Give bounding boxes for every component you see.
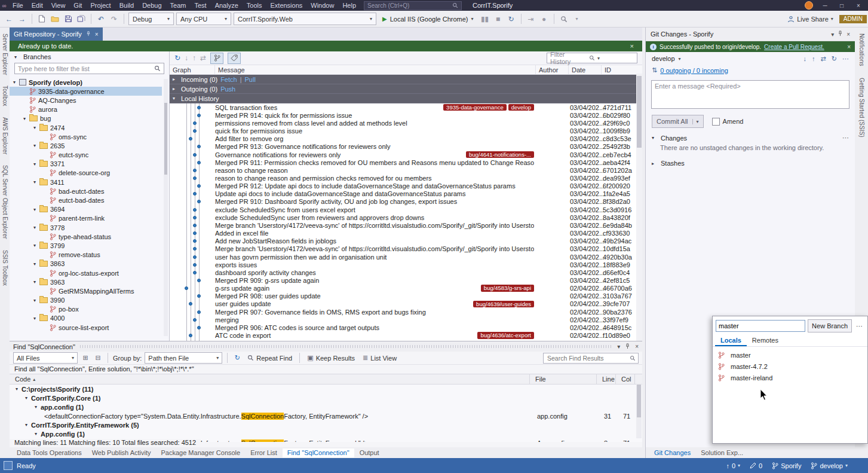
- menu-help[interactable]: Help: [338, 0, 360, 11]
- section-link-pull[interactable]: Pull: [245, 76, 256, 83]
- column-header-graph[interactable]: Graph: [170, 65, 215, 74]
- collapse-all-icon[interactable]: ⊟: [93, 353, 103, 363]
- show-graph-toggle[interactable]: [210, 53, 223, 64]
- sync-icon[interactable]: ↻: [832, 55, 837, 63]
- left-strip-tab[interactable]: SQL Server Object Explorer: [2, 165, 8, 239]
- branch-tag[interactable]: bug/4583/g-srs-api: [481, 285, 534, 292]
- tree-expander-icon[interactable]: ▾: [35, 404, 41, 410]
- bottom-tab[interactable]: Data Tools Operations: [12, 448, 87, 457]
- menu-debug[interactable]: Debug: [138, 0, 165, 11]
- menu-team[interactable]: Team: [166, 0, 191, 11]
- column-header-message[interactable]: Message: [215, 65, 536, 74]
- save-icon[interactable]: [63, 14, 73, 25]
- start-debugging-button[interactable]: ▶ Local IIS (Google Chrome) ▾: [379, 13, 477, 25]
- redo-icon[interactable]: ↷: [109, 14, 119, 25]
- commit-row[interactable]: Merge branch 'Userstory/4172/veeva-sync'…: [170, 245, 642, 253]
- stashes-section-header[interactable]: ▸ Stashes: [646, 152, 855, 168]
- branches-scrollbar[interactable]: [164, 79, 168, 336]
- column-header-line[interactable]: Line: [597, 374, 616, 384]
- commit-row[interactable]: Merge branch 'Userstory/4172/veeva-sync'…: [170, 221, 642, 229]
- configuration-dropdown[interactable]: Debug ▾: [128, 13, 174, 25]
- branch-tag[interactable]: 3935-data-governance: [443, 104, 507, 111]
- menu-edit[interactable]: Edit: [27, 0, 47, 11]
- banner-close-icon[interactable]: ×: [847, 44, 851, 50]
- bottom-tab[interactable]: Output: [355, 448, 384, 457]
- pin-icon[interactable]: [625, 343, 630, 350]
- branch-tree-item[interactable]: eutct-sync: [10, 151, 162, 160]
- commit-row[interactable]: g-srs update againbug/4583/g-srs-api02/0…: [170, 285, 642, 292]
- menu-git[interactable]: Git: [69, 0, 86, 11]
- navigate-forward-icon[interactable]: →: [17, 14, 27, 25]
- find-group-row[interactable]: ▾C:\projects\Sporify (11): [10, 384, 642, 393]
- commit-row[interactable]: Add new JobStartReason fields in joblogs…: [170, 237, 642, 245]
- menu-file[interactable]: File: [8, 0, 27, 11]
- right-strip-tab[interactable]: Notifications: [858, 33, 865, 66]
- navigate-back-icon[interactable]: ←: [4, 14, 14, 25]
- filter-history-input[interactable]: Filter History ▾: [547, 53, 637, 63]
- branch-tree-item[interactable]: ▾Sporify (develop): [10, 78, 162, 87]
- tree-expander-icon[interactable]: ▾: [13, 80, 19, 85]
- global-search-input[interactable]: Search (Ctrl+Q): [364, 1, 462, 10]
- save-all-icon[interactable]: [76, 14, 87, 25]
- sync-status-link[interactable]: 0 outgoing / 0 incoming: [660, 67, 728, 74]
- commit-row[interactable]: reason to change reason03/04/202...67012…: [170, 166, 642, 174]
- pull-icon[interactable]: ↑: [192, 54, 196, 62]
- files-scope-dropdown[interactable]: All Files ▾: [13, 352, 78, 364]
- find-results-scrollbar[interactable]: [636, 383, 642, 438]
- commit-row[interactable]: Merged PR 907: Governance fields in OMS,…: [170, 308, 642, 316]
- section-link-push[interactable]: Push: [220, 86, 235, 93]
- commit-row[interactable]: Merged PR 913: Governance notifications …: [170, 143, 642, 151]
- commit-row[interactable]: user has govrn permission then we add in…: [170, 253, 642, 261]
- branches-header[interactable]: ▾ Branches: [10, 51, 169, 62]
- menu-analyze[interactable]: Analyze: [211, 0, 243, 11]
- changes-more-icon[interactable]: ⋯: [842, 134, 849, 142]
- branch-picker-tab-remotes[interactable]: Remotes: [747, 335, 784, 346]
- column-header-code[interactable]: Code ▴: [10, 374, 530, 384]
- left-strip-tab[interactable]: AWS Explorer: [2, 117, 8, 154]
- close-panel-icon[interactable]: ×: [846, 31, 850, 38]
- branch-tree-item[interactable]: ▾3411: [10, 178, 162, 187]
- branch-tree-item[interactable]: source-list-export: [10, 323, 162, 332]
- commit-row[interactable]: exclude ScheduledSync user from reviewer…: [170, 213, 642, 221]
- branch-tree-item[interactable]: po-box: [10, 305, 162, 314]
- tree-expander-icon[interactable]: ▾: [33, 261, 39, 267]
- fetch-icon[interactable]: ↓: [803, 55, 807, 63]
- branch-tag[interactable]: bug/4636/atc-export: [477, 332, 534, 339]
- outgoing-commits-indicator[interactable]: ↑ 0 ▾: [726, 462, 740, 469]
- pull-icon[interactable]: ⇄: [821, 55, 826, 63]
- pin-icon[interactable]: [86, 31, 91, 38]
- branch-tag[interactable]: bug/4639/user-guides: [473, 301, 534, 308]
- menu-view[interactable]: View: [47, 0, 70, 11]
- branch-tag[interactable]: develop: [508, 104, 534, 111]
- toolbar-overflow-icon[interactable]: ▾: [572, 14, 582, 25]
- scrollbar-thumb[interactable]: [637, 76, 642, 148]
- branch-filter-input[interactable]: [716, 320, 805, 332]
- menu-test[interactable]: Test: [190, 0, 210, 11]
- tree-expander-icon[interactable]: ▾: [33, 161, 39, 167]
- sync-icon[interactable]: ⇄: [200, 54, 206, 62]
- pause-icon[interactable]: ▮▮: [480, 14, 490, 25]
- tree-expander-icon[interactable]: ▾: [25, 395, 31, 401]
- close-tab-icon[interactable]: ×: [95, 31, 99, 38]
- minimize-button[interactable]: ─: [820, 2, 830, 9]
- left-strip-tab[interactable]: Server Explorer: [2, 33, 8, 75]
- tree-expander-icon[interactable]: ▾: [33, 179, 39, 185]
- menu-window[interactable]: Window: [306, 0, 338, 11]
- new-branch-button[interactable]: New Branch: [808, 319, 852, 332]
- breakpoint-icon[interactable]: ●: [539, 14, 550, 25]
- create-pull-request-link[interactable]: Create a Pull Request.: [764, 44, 824, 50]
- branch-picker-tab-locals[interactable]: Locals: [715, 335, 747, 346]
- commit-row[interactable]: Merged PR 914: quick fix for permissions…: [170, 111, 642, 119]
- commit-row[interactable]: exclude ScheduledSync from users excel e…: [170, 206, 642, 213]
- tab-git-repository[interactable]: Git Repository - Sporify ×: [10, 28, 103, 41]
- task-center-icon[interactable]: [4, 461, 13, 470]
- chevron-down-icon[interactable]: ▾: [831, 31, 834, 38]
- new-file-icon[interactable]: [36, 14, 47, 25]
- tree-expander-icon[interactable]: ▾: [33, 298, 39, 303]
- section-link-fetch[interactable]: Fetch: [220, 76, 237, 83]
- right-bottom-tab[interactable]: Solution Exp...: [696, 448, 748, 457]
- scrollbar-thumb[interactable]: [164, 103, 167, 175]
- commit-row[interactable]: permissions removed from class level and…: [170, 119, 642, 127]
- tree-expander-icon[interactable]: ▾: [33, 243, 39, 248]
- find-panel-header[interactable]: Find "SqlConnection" ▾ ×: [10, 341, 642, 352]
